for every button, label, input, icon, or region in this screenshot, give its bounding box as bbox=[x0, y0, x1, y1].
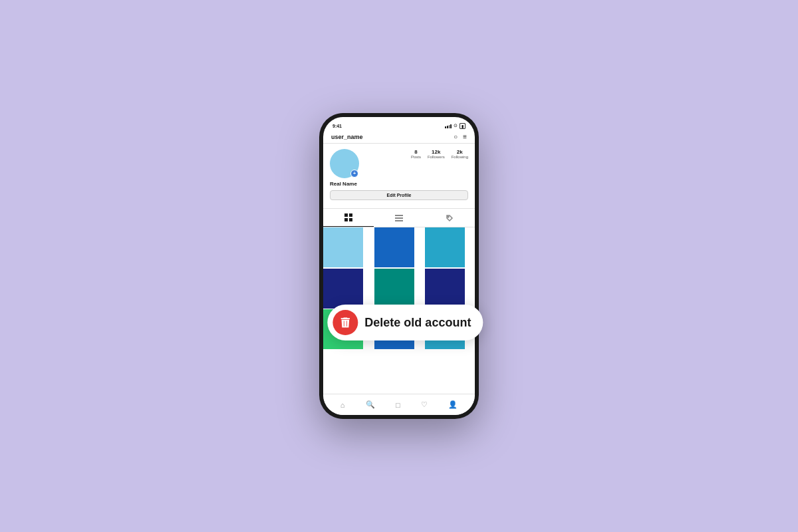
signal-icon bbox=[445, 124, 452, 128]
list-icon bbox=[395, 214, 403, 222]
nav-search-icon[interactable]: 🔍 bbox=[366, 400, 375, 409]
page-background: 9:41 ⊙ ▮ user_name ○ ≡ bbox=[0, 0, 798, 532]
grid-icon bbox=[344, 213, 352, 221]
trash-icon-circle bbox=[332, 310, 358, 335]
svg-rect-3 bbox=[349, 218, 352, 221]
ig-username: user_name bbox=[331, 134, 363, 140]
stat-posts: 8 Posts bbox=[411, 149, 421, 159]
profile-top: + 8 Posts 12k Followers 2k bbox=[330, 149, 468, 178]
svg-rect-4 bbox=[395, 215, 403, 216]
posts-label: Posts bbox=[411, 155, 421, 159]
phone-mockup: 9:41 ⊙ ▮ user_name ○ ≡ bbox=[319, 113, 479, 419]
phone-screen: 9:41 ⊙ ▮ user_name ○ ≡ bbox=[323, 117, 475, 415]
profile-section: + 8 Posts 12k Followers 2k bbox=[323, 144, 475, 204]
grid-cell-6[interactable] bbox=[425, 269, 465, 309]
tab-tagged[interactable] bbox=[424, 209, 475, 227]
trash-icon bbox=[338, 316, 352, 329]
following-label: Following bbox=[452, 155, 468, 159]
nav-profile-icon[interactable]: 👤 bbox=[448, 400, 458, 409]
bottom-nav: ⌂ 🔍 □ ♡ 👤 bbox=[323, 394, 475, 415]
edit-profile-button[interactable]: Edit Profile bbox=[330, 190, 468, 200]
nav-home-icon[interactable]: ⌂ bbox=[340, 401, 345, 409]
stat-following: 2k Following bbox=[452, 149, 468, 159]
refresh-icon[interactable]: ○ bbox=[454, 133, 458, 140]
ig-header: user_name ○ ≡ bbox=[323, 132, 475, 144]
status-icons: ⊙ ▮ bbox=[445, 123, 466, 129]
status-time: 9:41 bbox=[332, 124, 342, 128]
tab-grid[interactable] bbox=[323, 209, 374, 227]
nav-heart-icon[interactable]: ♡ bbox=[421, 400, 428, 409]
profile-stats: 8 Posts 12k Followers 2k Following bbox=[364, 149, 468, 159]
svg-rect-2 bbox=[344, 218, 348, 221]
grid-cell-3[interactable] bbox=[425, 227, 465, 267]
followers-count: 12k bbox=[432, 149, 440, 155]
svg-rect-1 bbox=[349, 213, 352, 217]
wifi-icon: ⊙ bbox=[454, 123, 458, 128]
posts-count: 8 bbox=[414, 149, 417, 155]
grid-cell-5[interactable] bbox=[374, 269, 414, 309]
delete-tooltip[interactable]: Delete old account bbox=[327, 305, 483, 340]
grid-cell-4[interactable] bbox=[323, 269, 363, 309]
avatar-plus-icon[interactable]: + bbox=[350, 170, 358, 178]
post-tabs bbox=[323, 208, 475, 227]
status-bar: 9:41 ⊙ ▮ bbox=[323, 117, 475, 132]
avatar-wrap: + bbox=[330, 149, 359, 178]
svg-rect-6 bbox=[395, 220, 403, 221]
grid-cell-2[interactable] bbox=[374, 227, 414, 267]
followers-label: Followers bbox=[428, 155, 445, 159]
svg-point-7 bbox=[448, 216, 449, 217]
svg-rect-0 bbox=[344, 213, 348, 217]
ig-header-icons: ○ ≡ bbox=[454, 133, 467, 140]
menu-icon[interactable]: ≡ bbox=[463, 133, 467, 140]
following-count: 2k bbox=[457, 149, 463, 155]
tag-icon bbox=[446, 214, 454, 222]
grid-cell-1[interactable] bbox=[323, 227, 363, 267]
battery-icon: ▮ bbox=[460, 123, 466, 129]
tab-list[interactable] bbox=[374, 209, 424, 227]
stat-followers: 12k Followers bbox=[428, 149, 445, 159]
svg-rect-5 bbox=[395, 217, 403, 219]
profile-real-name: Real Name bbox=[330, 181, 468, 187]
tooltip-text: Delete old account bbox=[364, 316, 471, 330]
nav-add-icon[interactable]: □ bbox=[396, 401, 400, 409]
